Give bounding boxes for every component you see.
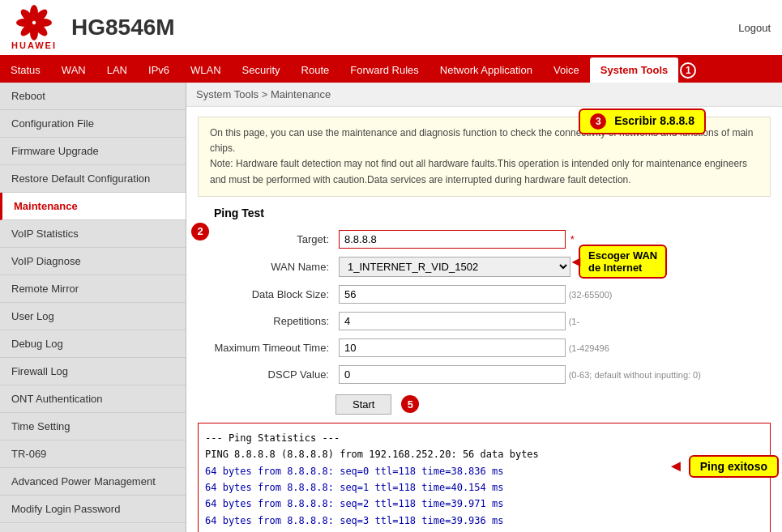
repetitions-input[interactable] <box>339 312 566 330</box>
ping-line-6 <box>205 529 763 532</box>
sidebar-item-voip-diagnose[interactable]: VoIP Diagnose <box>0 248 186 275</box>
main-nav: Status WAN LAN IPv6 WLAN Security Route … <box>0 57 782 83</box>
logo-area: HUAWEI <box>11 5 57 50</box>
nav-item-netapp[interactable]: Network Application <box>429 57 543 83</box>
timeout-label: Maximum Timeout Time: <box>198 334 335 361</box>
ping-line-3: 64 bytes from 8.8.8.8: seq=1 ttl=118 tim… <box>205 479 763 496</box>
info-note: Note: Hardware fault detection may not f… <box>210 158 747 185</box>
sidebar-item-intelligent-channel[interactable]: Intelligent Channel Statistics <box>0 523 186 532</box>
sidebar: Reboot Configuration File Firmware Upgra… <box>0 83 186 532</box>
annotation-6: ◄ Ping exitoso <box>668 455 779 478</box>
nav-item-wan[interactable]: WAN <box>51 57 96 83</box>
sidebar-item-debug-log[interactable]: Debug Log <box>0 330 186 358</box>
ping-form: Target: * WAN Name: 1_INTERNET_R_VID_150… <box>198 226 704 388</box>
start-button[interactable]: Start <box>335 394 391 415</box>
ping-line-4: 64 bytes from 8.8.8.8: seq=2 ttl=118 tim… <box>205 496 763 512</box>
annotation-5: 5 <box>401 395 419 413</box>
sidebar-item-firewall-log[interactable]: Firewall Log <box>0 358 186 385</box>
brand-label: HUAWEI <box>11 40 57 50</box>
block-size-cell: (32-65500) <box>335 281 704 308</box>
model-name: HG8546M <box>71 15 738 40</box>
sidebar-item-restore[interactable]: Restore Default Configuration <box>0 165 186 193</box>
target-input[interactable] <box>339 230 566 249</box>
breadcrumb: System Tools > Maintenance <box>186 83 782 107</box>
nav-item-status[interactable]: Status <box>0 57 51 83</box>
repetitions-cell: (1- <box>335 308 704 334</box>
sidebar-item-modify-login[interactable]: Modify Login Password <box>0 496 186 523</box>
repetitions-label: Repetitions: <box>198 308 335 334</box>
wan-select[interactable]: 1_INTERNET_R_VID_1502 <box>339 257 570 277</box>
block-size-hint: (32-65500) <box>569 290 613 300</box>
dscp-input[interactable] <box>339 365 566 384</box>
wan-cell: 1_INTERNET_R_VID_1502 Escoger WANde Inte… <box>335 253 704 281</box>
sidebar-item-time-setting[interactable]: Time Setting <box>0 413 186 440</box>
wan-name-row: WAN Name: 1_INTERNET_R_VID_1502 Escoger … <box>198 253 704 281</box>
nav-item-route[interactable]: Route <box>291 57 340 83</box>
annotation-3: 3 Escribir 8.8.8.8 <box>579 109 706 134</box>
sidebar-item-ont-auth[interactable]: ONT Authentication <box>0 385 186 413</box>
ping-line-5: 64 bytes from 8.8.8.8: seq=3 ttl=118 tim… <box>205 513 763 529</box>
huawei-logo-icon <box>14 5 54 40</box>
sidebar-item-remote-mirror[interactable]: Remote Mirror <box>0 275 186 303</box>
repetitions-hint: (1- <box>569 317 579 326</box>
nav-item-lan[interactable]: LAN <box>96 57 138 83</box>
repetitions-row: Repetitions: (1- <box>198 308 704 334</box>
sidebar-item-tr069[interactable]: TR-069 <box>0 440 186 468</box>
target-label: Target: <box>198 226 335 253</box>
logout-button[interactable]: Logout <box>738 22 771 34</box>
main-content: System Tools > Maintenance On this page,… <box>186 83 782 532</box>
annotation-2: 2 <box>191 223 209 240</box>
dscp-hint: (0-63; default without inputting: 0) <box>569 370 701 380</box>
sidebar-item-voip-stats[interactable]: VoIP Statistics <box>0 220 186 248</box>
sidebar-item-power-mgmt[interactable]: Advanced Power Management <box>0 468 186 496</box>
nav-item-systemtools[interactable]: System Tools <box>590 57 679 83</box>
nav-item-ipv6[interactable]: IPv6 <box>138 57 180 83</box>
dscp-label: DSCP Value: <box>198 361 335 388</box>
block-size-row: Data Block Size: (32-65500) <box>198 281 704 308</box>
timeout-input[interactable] <box>339 338 566 357</box>
annotation-4: Escoger WANde Internet ◄ <box>579 245 667 279</box>
ping-test-title: Ping Test <box>198 206 771 219</box>
block-size-label: Data Block Size: <box>198 281 335 308</box>
timeout-row: Maximum Timeout Time: (1-429496 <box>198 334 704 361</box>
dscp-cell: (0-63; default without inputting: 0) <box>335 361 704 388</box>
sidebar-item-config-file[interactable]: Configuration File <box>0 110 186 138</box>
sidebar-item-user-log[interactable]: User Log <box>0 303 186 330</box>
nav-item-security[interactable]: Security <box>232 57 291 83</box>
sidebar-item-maintenance[interactable]: Maintenance <box>0 193 186 220</box>
nav-item-forward[interactable]: Forward Rules <box>340 57 429 83</box>
nav-badge: 1 <box>680 62 696 79</box>
sidebar-item-reboot[interactable]: Reboot <box>0 83 186 110</box>
ping-line-0: --- Ping Statistics --- <box>205 430 763 446</box>
timeout-hint: (1-429496 <box>569 343 609 353</box>
block-size-input[interactable] <box>339 285 566 304</box>
sidebar-item-firmware[interactable]: Firmware Upgrade <box>0 138 186 165</box>
nav-item-wlan[interactable]: WLAN <box>180 57 232 83</box>
dscp-row: DSCP Value: (0-63; default without input… <box>198 361 704 388</box>
nav-item-voice[interactable]: Voice <box>543 57 590 83</box>
timeout-cell: (1-429496 <box>335 334 704 361</box>
wan-label: WAN Name: <box>198 253 335 281</box>
